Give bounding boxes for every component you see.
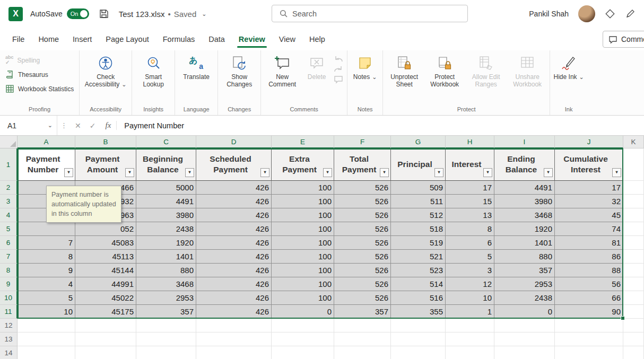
cell[interactable]: 518	[391, 222, 446, 236]
show-comments-icon[interactable]	[334, 75, 343, 84]
cell[interactable]: 8	[18, 250, 75, 264]
cell[interactable]: 9	[18, 264, 75, 277]
cell[interactable]	[18, 332, 75, 346]
cell[interactable]: 526	[334, 250, 391, 264]
cell[interactable]: 100	[272, 208, 334, 222]
cell[interactable]: 526	[334, 195, 391, 208]
cell[interactable]: 12	[446, 277, 494, 291]
cell[interactable]: 1	[446, 305, 494, 319]
cell[interactable]: 4	[18, 277, 75, 291]
cell[interactable]: 426	[196, 250, 272, 264]
cell[interactable]	[391, 319, 446, 332]
cell[interactable]	[391, 332, 446, 346]
cell[interactable]: 052	[75, 222, 136, 236]
table-header-cell[interactable]: Beginning Balance▾	[136, 148, 196, 181]
row-header-5[interactable]: 5	[0, 222, 18, 236]
cell[interactable]: 100	[272, 181, 334, 195]
cell[interactable]: 44991	[75, 277, 136, 291]
cell[interactable]	[623, 195, 644, 208]
table-header-cell[interactable]: Extra Payment▾	[272, 148, 334, 181]
pen-mode-icon[interactable]	[625, 8, 636, 19]
cell[interactable]: 45083	[75, 236, 136, 250]
cell[interactable]	[623, 319, 644, 332]
cell[interactable]: 3	[446, 264, 494, 277]
cell[interactable]: 357	[334, 305, 391, 319]
cell[interactable]	[623, 291, 644, 305]
cell[interactable]: 1401	[494, 236, 555, 250]
cell[interactable]: 426	[196, 222, 272, 236]
formula-input[interactable]: Payment Number	[119, 121, 184, 130]
cell[interactable]: 3980	[494, 195, 555, 208]
fill-handle[interactable]	[621, 316, 625, 320]
cell[interactable]	[623, 346, 644, 359]
cell[interactable]: 2438	[494, 291, 555, 305]
protect-workbook-button[interactable]: Protect Workbook	[424, 52, 465, 89]
cancel-icon[interactable]: ✕	[71, 121, 85, 130]
cell[interactable]: 426	[196, 181, 272, 195]
cell[interactable]	[196, 319, 272, 332]
cell[interactable]	[75, 332, 136, 346]
cell[interactable]: 74	[555, 222, 623, 236]
cell[interactable]	[555, 346, 623, 359]
cell[interactable]: 526	[334, 291, 391, 305]
comments-pane-button[interactable]: Comments	[603, 31, 644, 48]
filter-button[interactable]: ▾	[125, 168, 134, 177]
cell[interactable]: 426	[196, 208, 272, 222]
filter-button[interactable]: ▾	[434, 168, 443, 177]
row-header-2[interactable]: 2	[0, 181, 18, 195]
filter-button[interactable]: ▾	[380, 168, 389, 177]
column-header-K[interactable]: K	[623, 136, 644, 148]
cell[interactable]	[623, 332, 644, 346]
cell[interactable]	[623, 264, 644, 277]
delete-comment-button[interactable]: Delete	[302, 52, 332, 81]
column-header-I[interactable]: I	[494, 136, 555, 148]
cell[interactable]	[446, 346, 494, 359]
filter-button[interactable]: ▾	[612, 168, 621, 177]
cell[interactable]: 2438	[136, 222, 196, 236]
tab-formulas[interactable]: Formulas	[156, 28, 202, 50]
cell[interactable]	[136, 332, 196, 346]
cell[interactable]: 521	[391, 250, 446, 264]
cell[interactable]	[555, 332, 623, 346]
autosave-toggle[interactable]: On	[67, 8, 89, 19]
document-title[interactable]: Test 123.xlsx • Saved ⌄	[119, 10, 207, 19]
cell[interactable]	[391, 346, 446, 359]
cell[interactable]	[136, 346, 196, 359]
search-box[interactable]: Search	[272, 5, 468, 22]
cell[interactable]: 5	[18, 291, 75, 305]
row-header-14[interactable]: 14	[0, 346, 18, 359]
cell[interactable]: 10	[446, 291, 494, 305]
cell[interactable]: 3468	[494, 208, 555, 222]
cell[interactable]: 3468	[136, 277, 196, 291]
drag-dots-icon[interactable]: ⋮	[57, 121, 71, 129]
hide-ink-button[interactable]: Hide Ink⌄	[552, 52, 586, 81]
cell[interactable]	[272, 319, 334, 332]
cell[interactable]: 7	[18, 236, 75, 250]
row-header-8[interactable]: 8	[0, 264, 18, 277]
cell[interactable]	[623, 208, 644, 222]
tab-review[interactable]: Review	[232, 28, 272, 50]
new-comment-button[interactable]: New Comment	[263, 52, 302, 89]
cell[interactable]	[494, 332, 555, 346]
cell[interactable]	[446, 332, 494, 346]
show-changes-button[interactable]: Show Changes	[220, 52, 259, 89]
workbook-statistics-button[interactable]: Workbook Statistics	[2, 82, 77, 96]
next-comment-icon[interactable]	[334, 65, 343, 73]
cell[interactable]: 526	[334, 277, 391, 291]
cell[interactable]: 5000	[136, 181, 196, 195]
cell[interactable]: 3980	[136, 208, 196, 222]
cell[interactable]	[494, 346, 555, 359]
cell[interactable]: 45144	[75, 264, 136, 277]
cell[interactable]: 0	[272, 305, 334, 319]
cell[interactable]: 426	[196, 291, 272, 305]
column-header-H[interactable]: H	[446, 136, 494, 148]
notes-button[interactable]: Notes⌄	[349, 52, 381, 81]
cell[interactable]	[446, 319, 494, 332]
cell[interactable]	[272, 346, 334, 359]
cell[interactable]: 0	[494, 305, 555, 319]
row-header-9[interactable]: 9	[0, 277, 18, 291]
cell[interactable]	[623, 181, 644, 195]
row-header-3[interactable]: 3	[0, 195, 18, 208]
cell[interactable]: 512	[391, 208, 446, 222]
cell[interactable]: 10	[18, 305, 75, 319]
